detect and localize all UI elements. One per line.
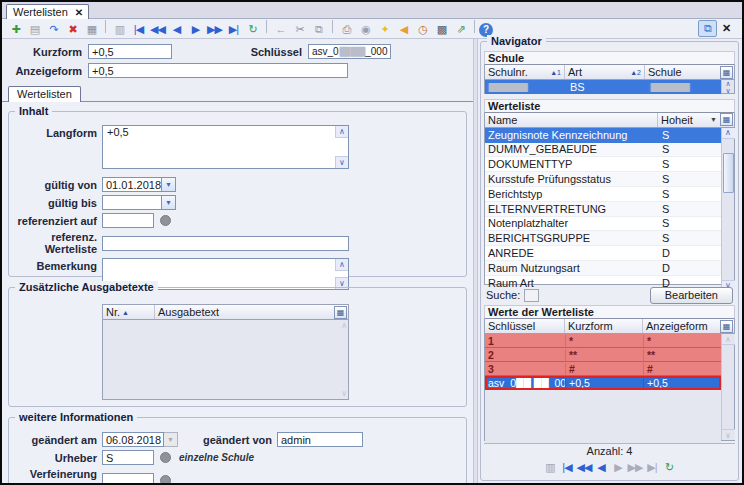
werte-row[interactable]: 2 ** ** bbox=[485, 348, 721, 362]
first-record-icon[interactable]: |◀ bbox=[129, 21, 148, 38]
new-record-icon[interactable]: ✚ bbox=[6, 21, 25, 38]
chevron-down-icon[interactable]: ▼ bbox=[162, 177, 176, 192]
detach-window-icon[interactable]: ⧉ bbox=[698, 20, 717, 37]
gueltig-von-combo[interactable]: 01.01.2018 ▼ bbox=[102, 177, 176, 192]
cut-icon[interactable]: ✂ bbox=[290, 21, 309, 38]
last-record-icon[interactable]: ▶| bbox=[224, 21, 243, 38]
save-icon[interactable]: ▤ bbox=[25, 21, 44, 38]
werteliste-row[interactable]: DOKUMENTTYP S bbox=[485, 157, 721, 172]
werte-rows: 1 * * 2 ** ** bbox=[485, 334, 721, 390]
fast-back-icon[interactable]: ◀◀ bbox=[148, 21, 167, 38]
copy-icon[interactable]: ⧉ bbox=[309, 21, 328, 38]
back-icon[interactable]: ◀ bbox=[593, 459, 610, 476]
fast-forward-icon[interactable]: ▶▶ bbox=[205, 21, 224, 38]
gueltig-bis-value[interactable] bbox=[102, 195, 162, 210]
column-header-nr[interactable]: Nr.▲ bbox=[103, 305, 155, 319]
scroll-down-icon[interactable]: ∨ bbox=[722, 429, 735, 440]
column-header-hoheit[interactable]: Hoheit▼ bbox=[658, 113, 720, 127]
table-config-icon[interactable]: ▦ bbox=[334, 306, 347, 319]
werteliste-name-cell: DOKUMENTTYP bbox=[485, 158, 659, 170]
referenziert-auf-field[interactable] bbox=[102, 213, 154, 228]
column-header-anzeigeform[interactable]: Anzeigeform bbox=[643, 319, 720, 333]
anzeigeform-field[interactable]: +0,5 bbox=[88, 63, 348, 78]
scroll-down-icon[interactable]: ∨ bbox=[335, 156, 348, 168]
werteliste-scrollbar[interactable]: ∧ ∨ bbox=[721, 128, 734, 291]
urheber-field[interactable]: S bbox=[102, 450, 154, 465]
bearbeiten-button[interactable]: Bearbeiten bbox=[650, 287, 733, 304]
table-config-icon[interactable]: ▦ bbox=[720, 66, 733, 79]
schluessel-field[interactable]: asv_0██ ███_000 bbox=[308, 44, 391, 59]
column-header-art[interactable]: Art▲2 bbox=[565, 65, 645, 79]
werte-scrollbar[interactable]: ∧ ∨ bbox=[721, 334, 734, 440]
column-header-schulnr[interactable]: Schulnr.▲1 bbox=[485, 65, 565, 79]
tab-wertelisten-detail[interactable]: Wertelisten bbox=[8, 86, 81, 102]
anzeigeform-label: Anzeigeform bbox=[2, 65, 82, 77]
werteliste-row[interactable]: Zeugnisnote Kennzeichnung S bbox=[485, 128, 721, 143]
column-header-ausgabetext[interactable]: Ausgabetext bbox=[155, 305, 334, 319]
werteliste-row[interactable]: Notenplatzhalter S bbox=[485, 217, 721, 232]
werteliste-row[interactable]: Kursstufe Prüfungsstatus S bbox=[485, 172, 721, 187]
undo-icon[interactable]: ↷ bbox=[44, 21, 63, 38]
werteliste-row[interactable]: ANREDE D bbox=[485, 246, 721, 261]
schule-scrollbar[interactable]: ∧ ∨ bbox=[721, 80, 734, 93]
werteliste-row[interactable]: Berichtstyp S bbox=[485, 187, 721, 202]
fast-forward-icon[interactable]: ▶▶ bbox=[627, 459, 644, 476]
werteliste-row[interactable]: Raum Nutzungsart D bbox=[485, 261, 721, 276]
table-config-icon[interactable]: ▦ bbox=[720, 113, 733, 126]
werteliste-row[interactable]: DUMMY_GEBAEUDE S bbox=[485, 143, 721, 158]
werteliste-row[interactable]: ELTERNVERTRETUNG S bbox=[485, 202, 721, 217]
werte-row[interactable]: asv_0██ ██_000... +0,5 +0,5 bbox=[485, 376, 721, 390]
chevron-down-icon[interactable]: ▼ bbox=[162, 195, 176, 210]
scroll-up-icon[interactable]: ∧ bbox=[335, 126, 348, 138]
fast-back-icon[interactable]: ◀◀ bbox=[576, 459, 593, 476]
refresh-icon[interactable]: ↻ bbox=[661, 459, 678, 476]
tab-wertelisten[interactable]: Wertelisten ✕ bbox=[6, 4, 89, 19]
edit-list-icon[interactable]: ▦ bbox=[82, 21, 101, 38]
ausgabetexte-table-body[interactable]: ∧ ∨ bbox=[103, 320, 348, 399]
schule-row[interactable]: ████████ BS ████████ bbox=[485, 80, 721, 94]
reference-circle-button[interactable] bbox=[160, 215, 171, 226]
referenz-werteliste-field[interactable] bbox=[102, 236, 349, 251]
last-record-icon[interactable]: ▶| bbox=[644, 459, 661, 476]
close-window-icon[interactable]: ✕ bbox=[717, 20, 736, 37]
tab-close-icon[interactable]: ✕ bbox=[75, 7, 83, 18]
scroll-up-icon[interactable]: ∧ bbox=[335, 259, 348, 271]
refresh-icon[interactable]: ↻ bbox=[243, 21, 262, 38]
reminder-icon[interactable]: ◷ bbox=[413, 21, 432, 38]
column-header-schluessel[interactable]: Schlüssel bbox=[485, 319, 565, 333]
langform-textarea[interactable]: +0,5 ∧ ∨ bbox=[102, 125, 349, 169]
first-record-icon[interactable]: |◀ bbox=[559, 459, 576, 476]
werteliste-row[interactable]: BERICHTSGRUPPE S bbox=[485, 231, 721, 246]
suche-input[interactable] bbox=[524, 289, 539, 302]
scrollbar-thumb[interactable] bbox=[723, 153, 734, 193]
back-icon[interactable]: ◀ bbox=[167, 21, 186, 38]
forward-icon[interactable]: ▶ bbox=[186, 21, 205, 38]
kurzform-field[interactable]: +0,5 bbox=[88, 44, 172, 59]
notification-icon[interactable]: ◀ bbox=[394, 21, 413, 38]
print-icon[interactable]: ⎙ bbox=[337, 21, 356, 38]
werte-row[interactable]: 1 * * bbox=[485, 334, 721, 348]
gueltig-bis-combo[interactable]: ▼ bbox=[102, 195, 176, 210]
selection-icon[interactable]: ▩ bbox=[432, 21, 451, 38]
scroll-up-icon[interactable]: ∧ bbox=[722, 128, 735, 139]
werte-row[interactable]: 3 # # bbox=[485, 362, 721, 376]
statistics-icon[interactable]: ⇗ bbox=[451, 21, 470, 38]
column-header-kurzform[interactable]: Kurzform bbox=[565, 319, 643, 333]
reference-circle-button[interactable] bbox=[160, 452, 171, 463]
delete-icon[interactable]: ✖ bbox=[63, 21, 82, 38]
scroll-up-icon[interactable]: ∧ bbox=[722, 334, 735, 345]
hint-icon[interactable]: ✦ bbox=[375, 21, 394, 38]
application-window: Wertelisten ✕ ✚▤↷✖▦▥|◀◀◀◀▶▶▶▶|↻←✂⧉⎙◉✦◀◷▩… bbox=[0, 0, 744, 485]
back-arrow-icon[interactable]: ← bbox=[271, 21, 290, 38]
scroll-down-icon[interactable]: ∨ bbox=[722, 87, 734, 94]
column-header-schule[interactable]: Schule bbox=[645, 65, 720, 79]
copy-record-icon[interactable]: ▥ bbox=[110, 21, 129, 38]
forward-icon[interactable]: ▶ bbox=[610, 459, 627, 476]
table-config-icon[interactable]: ▦ bbox=[720, 320, 733, 333]
column-header-name[interactable]: Name bbox=[485, 113, 658, 127]
reference-circle-button[interactable] bbox=[160, 475, 171, 485]
preview-icon[interactable]: ◉ bbox=[356, 21, 375, 38]
copy-record-icon[interactable]: ▥ bbox=[542, 459, 559, 476]
gueltig-von-value[interactable]: 01.01.2018 bbox=[102, 177, 162, 192]
verfeinerung-von-field[interactable] bbox=[102, 473, 154, 485]
